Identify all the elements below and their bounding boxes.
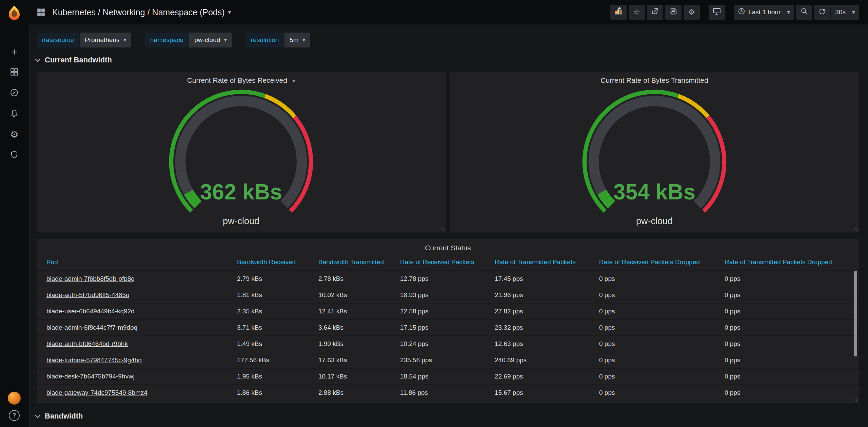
zoom-out-button[interactable]: [796, 5, 812, 20]
time-picker-button[interactable]: Last 1 hour ▾: [734, 5, 794, 20]
table-cell: 62.93 pps: [391, 401, 485, 403]
table-cell: 0 pps: [715, 303, 859, 319]
table-column-header[interactable]: Rate of Received Packets: [391, 254, 485, 271]
help-button[interactable]: ?: [9, 410, 20, 421]
row-header-bandwidth[interactable]: Bandwidth: [36, 412, 83, 421]
table-cell: 22.69 pps: [485, 368, 590, 385]
dashboards-button[interactable]: [7, 66, 21, 79]
table-column-header[interactable]: Rate of Transmitted Packets: [485, 254, 590, 271]
grafana-logo-icon[interactable]: [6, 5, 22, 20]
table-cell: 21.96 pps: [485, 287, 590, 303]
pod-link[interactable]: blade-admin-6f8c44c7f7-m9dpq: [46, 324, 137, 331]
chevron-down-icon: [35, 56, 41, 62]
explore-button[interactable]: [7, 87, 21, 100]
table-cell: 22.58 pps: [391, 303, 485, 319]
gear-icon: ⚙: [688, 8, 695, 17]
variable-label: datasource: [37, 33, 79, 47]
user-avatar[interactable]: [8, 392, 21, 405]
panel-bytes-received: Current Rate of Bytes Received ▾ 362 kBs…: [37, 72, 446, 232]
table-cell: 0 pps: [715, 287, 859, 303]
table-cell: 3.64 kBs: [309, 319, 391, 336]
pod-link[interactable]: blade-user-6b649449b4-kq92d: [46, 308, 135, 315]
table-cell: 0 pps: [715, 319, 859, 336]
navbar: Kubernetes / Networking / Namespace (Pod…: [28, 0, 868, 24]
bell-icon: [10, 109, 19, 119]
table-column-header[interactable]: Bandwidth Received: [228, 254, 309, 271]
chevron-down-icon: [35, 412, 41, 418]
table-cell: 177.56 kBs: [228, 352, 309, 368]
pod-link[interactable]: blade-turbine-579847745c-9g4hq: [46, 356, 142, 364]
table-column-header[interactable]: Pod: [37, 254, 228, 271]
gauge-value: 362 kBs: [37, 179, 445, 205]
refresh-button[interactable]: 30s ▾: [814, 5, 859, 20]
table-cell: 0 pps: [590, 385, 715, 401]
sidebar: +: [0, 0, 28, 427]
magnifier-icon: [801, 7, 808, 17]
refresh-caret-icon: ▾: [852, 8, 855, 16]
table-row: blade-message-6dc46477cb-hks2n5.57 kBs50…: [37, 401, 859, 403]
create-button[interactable]: +: [7, 45, 21, 58]
table-row: blade-admin-7f6bb8f5db-pfp8q2.79 kBs2.78…: [37, 271, 859, 287]
configuration-button[interactable]: ⚙: [7, 128, 21, 141]
pod-cell: blade-gateway-74dc975549-8bmz4: [37, 385, 228, 401]
chevron-down-icon: ▾: [224, 37, 227, 43]
pod-link[interactable]: blade-auth-5f7bd96ff5-4485q: [46, 291, 130, 298]
row-header-current-bandwidth[interactable]: Current Bandwidth: [36, 56, 112, 64]
share-button[interactable]: [647, 5, 663, 20]
pod-cell: blade-auth-bfd6464bd-r9bhk: [37, 336, 228, 352]
table-cell: 11.86 pps: [391, 385, 485, 401]
add-panel-button[interactable]: [610, 5, 627, 20]
title-caret-icon[interactable]: ▾: [228, 8, 231, 16]
table-cell: 0 pps: [590, 287, 715, 303]
pod-link[interactable]: blade-auth-bfd6464bd-r9bhk: [46, 340, 128, 347]
gauge-value: 354 kBs: [450, 179, 859, 205]
table-scrollbar[interactable]: [854, 271, 857, 356]
alerting-button[interactable]: [7, 108, 21, 120]
refresh-interval-label: 30s: [835, 8, 846, 16]
table-cell: 235.56 pps: [391, 352, 485, 368]
table-cell: 10.24 pps: [391, 336, 485, 352]
dashboard-grid-icon: [37, 8, 45, 17]
table-cell: 0 pps: [715, 368, 859, 385]
save-button[interactable]: [665, 5, 682, 20]
panel-current-status: Current Status PodBandwidth ReceivedBand…: [37, 239, 859, 403]
table-column-header[interactable]: Rate of Transmitted Packets Dropped: [715, 254, 859, 271]
refresh-icon: [818, 7, 826, 17]
panel-bytes-transmitted: Current Rate of Bytes Transmitted 354 kB…: [450, 72, 859, 232]
table-cell: 1.95 kBs: [228, 368, 309, 385]
pod-cell: blade-user-6b649449b4-kq92d: [37, 303, 228, 319]
save-icon: [670, 7, 677, 17]
table-cell: 0 pps: [590, 319, 715, 336]
table-cell: 0 pps: [590, 336, 715, 352]
gear-icon: ⚙: [10, 130, 18, 139]
panel-title[interactable]: Current Status: [37, 240, 859, 252]
table-cell: 0 pps: [590, 352, 715, 368]
pod-cell: blade-admin-7f6bb8f5db-pfp8q: [37, 271, 228, 287]
table-cell: 5.57 kBs: [228, 401, 309, 403]
variable-value-dropdown[interactable]: 5m▾: [284, 33, 310, 47]
table-column-header[interactable]: Rate of Received Packets Dropped: [590, 254, 715, 271]
variable-value-dropdown[interactable]: pw-cloud▾: [189, 33, 232, 47]
table-cell: 12.63 pps: [485, 336, 590, 352]
dashboard-settings-button[interactable]: ⚙: [684, 5, 700, 20]
template-variables: datasource Prometheus▾ namespace pw-clou…: [37, 33, 310, 47]
pod-link[interactable]: blade-admin-7f6bb8f5db-pfp8q: [46, 275, 135, 282]
variable-value-dropdown[interactable]: Prometheus▾: [80, 33, 131, 47]
pod-cell: blade-auth-5f7bd96ff5-4485q: [37, 287, 228, 303]
table-cell: 2.78 kBs: [309, 271, 391, 287]
status-table: PodBandwidth ReceivedBandwidth Transmitt…: [37, 254, 859, 403]
plus-icon: +: [11, 46, 18, 57]
pod-link[interactable]: blade-gateway-74dc975549-8bmz4: [46, 389, 147, 396]
sidebar-nav: +: [0, 45, 28, 162]
table-cell: 0 pps: [715, 271, 859, 287]
table-column-header[interactable]: Bandwidth Transmitted: [309, 254, 391, 271]
server-admin-button[interactable]: [7, 149, 21, 162]
cycle-view-button[interactable]: [709, 5, 725, 20]
dashboard-title[interactable]: Kubernetes / Networking / Namespace (Pod…: [52, 7, 225, 17]
pod-link[interactable]: blade-desk-7b6475b794-9hvwj: [46, 373, 135, 380]
table-cell: 1.81 kBs: [228, 287, 309, 303]
table-cell: 18.54 pps: [391, 368, 485, 385]
chevron-down-icon: ▾: [303, 37, 305, 43]
star-button[interactable]: ☆: [629, 5, 645, 20]
table-cell: 12.78 pps: [391, 271, 485, 287]
